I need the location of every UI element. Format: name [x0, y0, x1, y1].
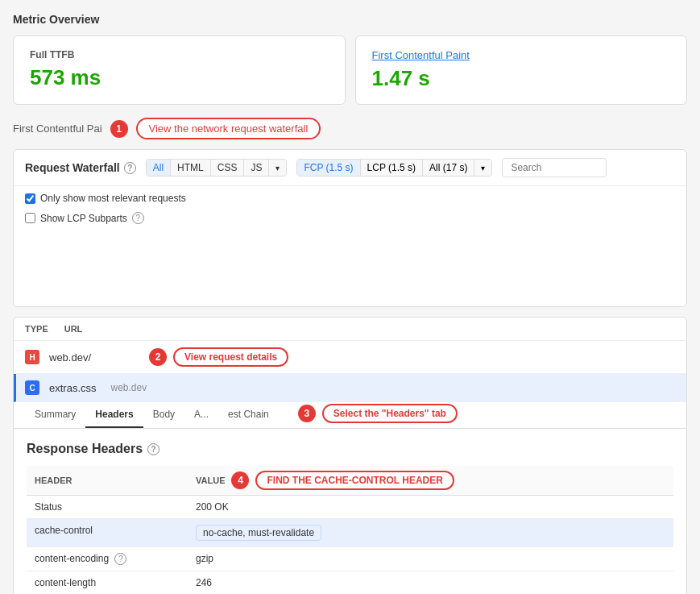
tab-chain[interactable]: est Chain [218, 402, 279, 428]
step-4-label: Find the cache-control header [255, 471, 454, 490]
header-value-content-length: 246 [196, 577, 212, 588]
checkbox-relevant-label: Only show most relevant requests [40, 193, 186, 204]
checkbox-relevant-input[interactable] [25, 193, 35, 204]
filter-css[interactable]: CSS [211, 160, 245, 176]
header-name-content-length: content-length [35, 577, 96, 588]
step-4-badge: 4 [231, 471, 249, 489]
page-title: Metric Overview [13, 13, 687, 26]
type-icon-css: C [25, 380, 39, 395]
response-headers-help-icon[interactable]: ? [147, 443, 159, 455]
col-headers-row: TYPE URL [14, 318, 686, 341]
request-table: TYPE URL H web.dev/ 2 View request detai… [13, 317, 687, 594]
headers-table-body: Status 200 OK cache-control no-cache, mu… [27, 496, 673, 595]
tab-a[interactable]: A... [184, 402, 218, 428]
header-name-content-encoding: content-encoding [35, 553, 109, 564]
type-icon-html: H [25, 350, 39, 364]
tabs-container: Summary Headers Body A... est Chain 3 Se… [14, 402, 686, 428]
header-value-cache-control: no-cache, must-revalidate [196, 525, 321, 541]
content-encoding-help-icon[interactable]: ? [114, 553, 126, 565]
waterfall-title-group: Request Waterfall ? [25, 161, 136, 174]
filter-time-dropdown[interactable]: ▾ [474, 160, 491, 176]
url-domain-1: web.dev [111, 382, 147, 393]
request-row-1[interactable]: C extras.css web.dev [14, 374, 686, 402]
col-value-label: VALUE [196, 476, 225, 485]
filter-lcp[interactable]: LCP (1.5 s) [361, 160, 423, 176]
waterfall-header: Request Waterfall ? All HTML CSS JS ▾ FC… [14, 150, 686, 186]
metric-card-ttfb: Full TTFB 573 ms [13, 35, 346, 105]
step-3-badge: 3 [298, 405, 316, 422]
search-input[interactable] [502, 158, 607, 177]
col-url: URL [64, 324, 83, 334]
fcp-value: 1.47 s [372, 66, 671, 91]
tab-headers[interactable]: Headers [85, 402, 143, 428]
waterfall-title-text: Request Waterfall [25, 161, 120, 174]
checkbox-lcp-input[interactable] [25, 213, 35, 223]
header-row-content-encoding: content-encoding ? gzip [27, 547, 673, 571]
waterfall-section: Request Waterfall ? All HTML CSS JS ▾ FC… [13, 149, 687, 307]
view-waterfall-button[interactable]: View the network request waterfall [136, 118, 321, 139]
step-2-label: View request details [173, 347, 288, 367]
url-text-0: web.dev/ [49, 351, 91, 363]
header-name-cache-control: cache-control [35, 525, 93, 536]
waterfall-help-icon[interactable]: ? [124, 162, 136, 174]
type-dropdown-chevron: ▾ [275, 164, 280, 172]
header-row-cache-control: cache-control no-cache, must-revalidate [27, 519, 673, 547]
filter-all[interactable]: All [147, 160, 171, 176]
waterfall-chart-area [14, 226, 686, 306]
filter-all-time[interactable]: All (17 s) [423, 160, 474, 176]
response-headers-title: Response Headers ? [27, 442, 673, 456]
step3-annotation: 3 Select the "Headers" tab [298, 404, 458, 426]
step-1-badge: 1 [110, 120, 128, 138]
col-type: TYPE [25, 324, 48, 334]
request-row-0[interactable]: H web.dev/ 2 View request details [14, 341, 686, 374]
tabs-row: Summary Headers Body A... est Chain [14, 402, 290, 428]
fcp-link[interactable]: First Contentful Paint [372, 49, 671, 61]
filter-html[interactable]: HTML [171, 160, 211, 176]
url-text-1: extras.css [49, 382, 97, 394]
type-filter-group: All HTML CSS JS ▾ [146, 159, 288, 177]
filter-type-dropdown[interactable]: ▾ [269, 160, 286, 176]
fcp-section-label: First Contentful Pai [13, 123, 102, 135]
ttfb-label: Full TTFB [30, 49, 329, 60]
header-value-status: 200 OK [196, 501, 229, 513]
filter-fcp[interactable]: FCP (1.5 s) [297, 160, 360, 176]
step2-annotation: 2 View request details [149, 347, 288, 367]
col-header-value: VALUE 4 Find the cache-control header [188, 466, 673, 496]
filter-js[interactable]: JS [244, 160, 269, 176]
response-headers-title-text: Response Headers [27, 442, 143, 456]
header-name-status: Status [35, 501, 62, 513]
ttfb-value: 573 ms [30, 65, 329, 90]
header-value-content-encoding: gzip [196, 553, 213, 564]
tab-body[interactable]: Body [143, 402, 184, 428]
headers-table-header-row: HEADER VALUE 4 Find the cache-control he… [27, 466, 673, 496]
header-row-status: Status 200 OK [27, 496, 673, 519]
tab-summary[interactable]: Summary [25, 402, 85, 428]
step-3-label: Select the "Headers" tab [322, 404, 458, 423]
headers-table: HEADER VALUE 4 Find the cache-control he… [27, 466, 673, 594]
checkbox-lcp-label: Show LCP Subparts [40, 213, 127, 224]
step-2-badge: 2 [149, 348, 167, 366]
col-header-name: HEADER [27, 466, 188, 496]
metric-card-fcp: First Contentful Paint 1.47 s [355, 35, 688, 105]
checkbox-lcp: Show LCP Subparts ? [14, 206, 686, 226]
page-container: Metric Overview Full TTFB 573 ms First C… [0, 0, 700, 594]
checkbox-relevant: Only show most relevant requests [14, 186, 686, 206]
metrics-row: Full TTFB 573 ms First Contentful Paint … [13, 35, 687, 105]
response-headers-section: Response Headers ? HEADER VALUE 4 Find t… [14, 429, 686, 594]
time-dropdown-chevron: ▾ [481, 164, 485, 172]
lcp-help-icon[interactable]: ? [132, 212, 144, 224]
time-filter-group: FCP (1.5 s) LCP (1.5 s) All (17 s) ▾ [296, 159, 492, 177]
header-row-content-length: content-length 246 [27, 571, 673, 595]
fcp-annotation-row: First Contentful Pai 1 View the network … [13, 118, 687, 139]
